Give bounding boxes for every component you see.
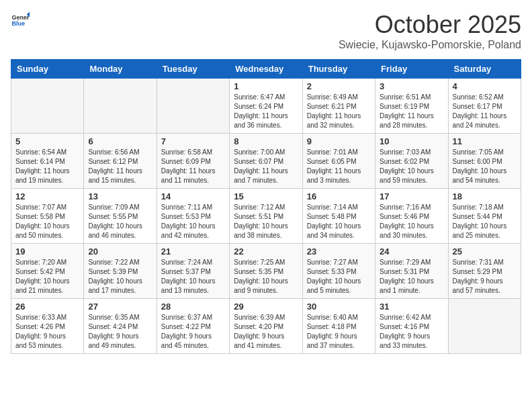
week-row-2: 12Sunrise: 7:07 AM Sunset: 5:58 PM Dayli… <box>11 189 521 244</box>
day-detail: Sunrise: 7:01 AM Sunset: 6:05 PM Dayligh… <box>307 148 371 185</box>
day-header-saturday: Saturday <box>448 60 521 79</box>
day-detail: Sunrise: 6:47 AM Sunset: 6:24 PM Dayligh… <box>234 93 298 130</box>
week-row-1: 5Sunrise: 6:54 AM Sunset: 6:14 PM Daylig… <box>11 134 521 189</box>
calendar-cell <box>157 79 229 134</box>
day-detail: Sunrise: 6:37 AM Sunset: 4:22 PM Dayligh… <box>161 313 225 351</box>
title-area: October 2025 Swiecie, Kujawsko-Pomorskie… <box>339 11 521 51</box>
day-number: 7 <box>161 136 225 146</box>
day-number: 25 <box>453 246 517 257</box>
calendar-cell: 14Sunrise: 7:11 AM Sunset: 5:53 PM Dayli… <box>157 189 229 244</box>
day-number: 18 <box>453 191 517 201</box>
calendar-cell: 30Sunrise: 6:40 AM Sunset: 4:18 PM Dayli… <box>302 299 375 354</box>
day-detail: Sunrise: 7:11 AM Sunset: 5:53 PM Dayligh… <box>161 203 225 240</box>
calendar-cell: 6Sunrise: 6:56 AM Sunset: 6:12 PM Daylig… <box>84 134 157 189</box>
day-number: 21 <box>161 246 225 257</box>
calendar-cell: 26Sunrise: 6:33 AM Sunset: 4:26 PM Dayli… <box>11 299 84 354</box>
calendar-cell: 25Sunrise: 7:31 AM Sunset: 5:29 PM Dayli… <box>448 244 521 299</box>
week-row-0: 1Sunrise: 6:47 AM Sunset: 6:24 PM Daylig… <box>11 79 521 134</box>
day-number: 17 <box>380 191 443 201</box>
day-number: 15 <box>234 191 298 201</box>
calendar-cell: 11Sunrise: 7:05 AM Sunset: 6:00 PM Dayli… <box>448 134 521 189</box>
day-number: 28 <box>161 302 225 312</box>
calendar-cell: 15Sunrise: 7:12 AM Sunset: 5:51 PM Dayli… <box>230 189 302 244</box>
day-detail: Sunrise: 7:03 AM Sunset: 6:02 PM Dayligh… <box>380 148 443 185</box>
calendar-cell: 18Sunrise: 7:18 AM Sunset: 5:44 PM Dayli… <box>448 189 521 244</box>
calendar-cell: 10Sunrise: 7:03 AM Sunset: 6:02 PM Dayli… <box>375 134 448 189</box>
svg-text:Blue: Blue <box>11 20 25 27</box>
day-detail: Sunrise: 6:33 AM Sunset: 4:26 PM Dayligh… <box>15 313 79 351</box>
calendar-cell: 31Sunrise: 6:42 AM Sunset: 4:16 PM Dayli… <box>375 299 448 354</box>
day-detail: Sunrise: 6:56 AM Sunset: 6:12 PM Dayligh… <box>88 148 152 185</box>
day-number: 10 <box>380 136 443 146</box>
day-header-wednesday: Wednesday <box>230 60 302 79</box>
day-header-monday: Monday <box>84 60 157 79</box>
day-detail: Sunrise: 7:09 AM Sunset: 5:55 PM Dayligh… <box>88 203 152 240</box>
calendar-cell: 12Sunrise: 7:07 AM Sunset: 5:58 PM Dayli… <box>11 189 84 244</box>
calendar-cell: 29Sunrise: 6:39 AM Sunset: 4:20 PM Dayli… <box>230 299 302 354</box>
calendar-cell: 28Sunrise: 6:37 AM Sunset: 4:22 PM Dayli… <box>157 299 229 354</box>
day-detail: Sunrise: 7:24 AM Sunset: 5:37 PM Dayligh… <box>161 258 225 295</box>
day-detail: Sunrise: 6:40 AM Sunset: 4:18 PM Dayligh… <box>307 313 371 351</box>
day-number: 31 <box>380 302 443 312</box>
day-number: 11 <box>453 136 517 146</box>
day-detail: Sunrise: 6:42 AM Sunset: 4:16 PM Dayligh… <box>380 313 443 351</box>
calendar-cell: 8Sunrise: 7:00 AM Sunset: 6:07 PM Daylig… <box>230 134 302 189</box>
day-header-friday: Friday <box>375 60 448 79</box>
calendar-cell: 2Sunrise: 6:49 AM Sunset: 6:21 PM Daylig… <box>302 79 375 134</box>
day-number: 29 <box>234 302 298 312</box>
calendar-cell: 3Sunrise: 6:51 AM Sunset: 6:19 PM Daylig… <box>375 79 448 134</box>
day-header-sunday: Sunday <box>11 60 84 79</box>
day-detail: Sunrise: 6:54 AM Sunset: 6:14 PM Dayligh… <box>15 148 79 185</box>
day-number: 26 <box>15 302 79 312</box>
day-number: 24 <box>380 246 443 257</box>
day-detail: Sunrise: 7:05 AM Sunset: 6:00 PM Dayligh… <box>453 148 517 185</box>
calendar-cell: 23Sunrise: 7:27 AM Sunset: 5:33 PM Dayli… <box>302 244 375 299</box>
day-number: 20 <box>88 246 152 257</box>
day-detail: Sunrise: 7:07 AM Sunset: 5:58 PM Dayligh… <box>15 203 79 240</box>
calendar-cell <box>11 79 84 134</box>
calendar-cell: 27Sunrise: 6:35 AM Sunset: 4:24 PM Dayli… <box>84 299 157 354</box>
day-detail: Sunrise: 6:52 AM Sunset: 6:17 PM Dayligh… <box>453 93 517 130</box>
day-number: 3 <box>380 81 443 91</box>
week-row-3: 19Sunrise: 7:20 AM Sunset: 5:42 PM Dayli… <box>11 244 521 299</box>
day-number: 6 <box>88 136 152 146</box>
day-detail: Sunrise: 7:18 AM Sunset: 5:44 PM Dayligh… <box>453 203 517 240</box>
day-detail: Sunrise: 7:29 AM Sunset: 5:31 PM Dayligh… <box>380 258 443 295</box>
day-number: 1 <box>234 81 298 91</box>
day-number: 9 <box>307 136 371 146</box>
day-number: 27 <box>88 302 152 312</box>
day-detail: Sunrise: 7:31 AM Sunset: 5:29 PM Dayligh… <box>453 258 517 295</box>
day-detail: Sunrise: 6:39 AM Sunset: 4:20 PM Dayligh… <box>234 313 298 351</box>
calendar-cell: 16Sunrise: 7:14 AM Sunset: 5:48 PM Dayli… <box>302 189 375 244</box>
header: General Blue October 2025 Swiecie, Kujaw… <box>11 11 521 51</box>
calendar-cell: 1Sunrise: 6:47 AM Sunset: 6:24 PM Daylig… <box>230 79 302 134</box>
day-detail: Sunrise: 7:25 AM Sunset: 5:35 PM Dayligh… <box>234 258 298 295</box>
subtitle: Swiecie, Kujawsko-Pomorskie, Poland <box>339 39 521 51</box>
day-detail: Sunrise: 7:22 AM Sunset: 5:39 PM Dayligh… <box>88 258 152 295</box>
calendar-cell: 20Sunrise: 7:22 AM Sunset: 5:39 PM Dayli… <box>84 244 157 299</box>
calendar-cell: 17Sunrise: 7:16 AM Sunset: 5:46 PM Dayli… <box>375 189 448 244</box>
day-detail: Sunrise: 7:20 AM Sunset: 5:42 PM Dayligh… <box>15 258 79 295</box>
calendar-cell: 19Sunrise: 7:20 AM Sunset: 5:42 PM Dayli… <box>11 244 84 299</box>
day-detail: Sunrise: 7:00 AM Sunset: 6:07 PM Dayligh… <box>234 148 298 185</box>
day-number: 13 <box>88 191 152 201</box>
calendar-cell: 7Sunrise: 6:58 AM Sunset: 6:09 PM Daylig… <box>157 134 229 189</box>
day-header-tuesday: Tuesday <box>157 60 229 79</box>
day-detail: Sunrise: 7:27 AM Sunset: 5:33 PM Dayligh… <box>307 258 371 295</box>
day-detail: Sunrise: 7:16 AM Sunset: 5:46 PM Dayligh… <box>380 203 443 240</box>
calendar-cell: 4Sunrise: 6:52 AM Sunset: 6:17 PM Daylig… <box>448 79 521 134</box>
day-number: 30 <box>307 302 371 312</box>
day-detail: Sunrise: 7:14 AM Sunset: 5:48 PM Dayligh… <box>307 203 371 240</box>
day-number: 16 <box>307 191 371 201</box>
day-number: 2 <box>307 81 371 91</box>
calendar-cell: 9Sunrise: 7:01 AM Sunset: 6:05 PM Daylig… <box>302 134 375 189</box>
day-detail: Sunrise: 6:58 AM Sunset: 6:09 PM Dayligh… <box>161 148 225 185</box>
logo-icon: General Blue <box>11 11 30 30</box>
month-title: October 2025 <box>339 11 521 39</box>
day-number: 12 <box>15 191 79 201</box>
calendar-cell: 5Sunrise: 6:54 AM Sunset: 6:14 PM Daylig… <box>11 134 84 189</box>
calendar-cell: 24Sunrise: 7:29 AM Sunset: 5:31 PM Dayli… <box>375 244 448 299</box>
day-detail: Sunrise: 6:51 AM Sunset: 6:19 PM Dayligh… <box>380 93 443 130</box>
logo: General Blue <box>11 11 30 30</box>
calendar-cell <box>448 299 521 354</box>
